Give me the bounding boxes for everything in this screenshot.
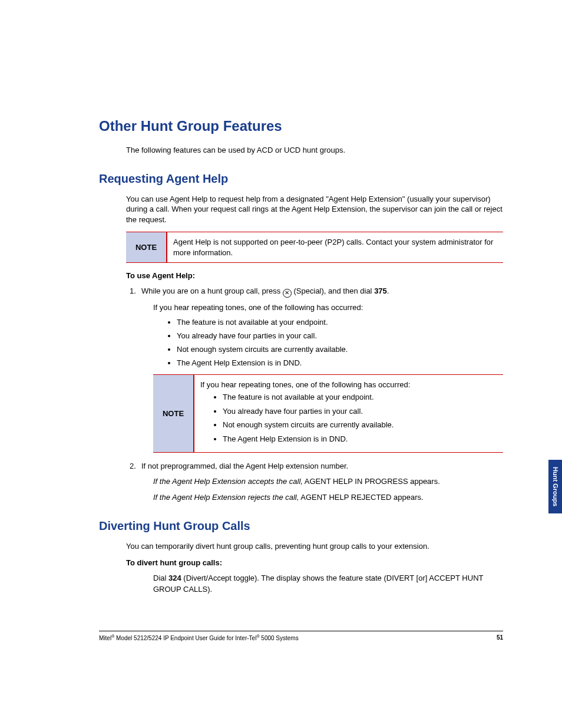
divert-description: You can temporarily divert hunt group ca… <box>126 541 503 552</box>
special-key-icon: ✕ <box>283 289 292 298</box>
list-item: The feature is not available at your end… <box>177 318 503 328</box>
step-2: 2.If not preprogrammed, dial the Agent H… <box>141 461 503 472</box>
note-label: NOTE <box>153 375 194 453</box>
page-number: 51 <box>497 634 503 641</box>
list-item: Not enough system circuits are currently… <box>177 345 503 355</box>
list-item: The Agent Help Extension is in DND. <box>223 434 497 444</box>
footer-text-c: 5000 Systems <box>260 635 299 641</box>
step-2-accept-rest: AGENT HELP IN PROGRESS appears. <box>303 477 440 486</box>
dial-code-324: 324 <box>168 574 181 582</box>
intro-paragraph: The following features can be used by AC… <box>126 145 503 156</box>
divert-text-a: Dial <box>153 574 168 582</box>
step-2-reject: If the Agent Help Extension rejects the … <box>153 492 503 503</box>
step-2-text: If not preprogrammed, dial the Agent Hel… <box>141 462 348 470</box>
step-1-text-a: While you are on a hunt group call, pres… <box>141 286 283 295</box>
heading-requesting-agent-help: Requesting Agent Help <box>99 172 503 186</box>
divert-text-b: (Divert/Accept toggle). The display show… <box>153 574 483 593</box>
list-item: You already have four parties in your ca… <box>223 406 497 417</box>
bullet-list-note-2: The feature is not available at your end… <box>200 392 497 444</box>
step-number: 2. <box>130 461 141 472</box>
divert-step: Dial 324 (Divert/Accept toggle). The dis… <box>153 573 503 594</box>
procedure-heading-agent-help: To use Agent Help: <box>126 271 503 280</box>
heading-1: Other Hunt Group Features <box>99 118 503 134</box>
agent-help-description: You can use Agent Help to request help f… <box>126 194 503 225</box>
note-2-intro: If you hear repeating tones, one of the … <box>200 380 410 389</box>
footer-rule <box>99 631 503 631</box>
step-2-reject-rest: AGENT HELP REJECTED appears. <box>299 493 423 502</box>
heading-diverting-hunt-group-calls: Diverting Hunt Group Calls <box>99 519 503 533</box>
note-box-1: NOTE Agent Help is not supported on peer… <box>126 232 503 263</box>
step-number: 1. <box>130 286 141 297</box>
step-2-accept: If the Agent Help Extension accepts the … <box>153 476 503 487</box>
step-1-text-b: (Special), and then dial <box>292 286 374 295</box>
step-1-text-c: . <box>387 286 389 295</box>
footer-text-b: Model 5212/5224 IP Endpoint User Guide f… <box>114 635 256 641</box>
note-label: NOTE <box>126 232 167 262</box>
list-item: Not enough system circuits are currently… <box>223 420 497 430</box>
list-item: The Agent Help Extension is in DND. <box>177 358 503 368</box>
step-1-subtext: If you hear repeating tones, one of the … <box>153 302 503 313</box>
list-item: You already have four parties in your ca… <box>177 331 503 341</box>
procedure-heading-divert: To divert hunt group calls: <box>126 558 503 567</box>
note-body: Agent Help is not supported on peer-to-p… <box>167 232 503 262</box>
page-footer: Mitel® Model 5212/5224 IP Endpoint User … <box>99 634 503 641</box>
list-item: The feature is not available at your end… <box>223 392 497 403</box>
dial-code-375: 375 <box>374 286 387 295</box>
footer-text: Mitel® Model 5212/5224 IP Endpoint User … <box>99 634 299 641</box>
step-2-reject-italic: If the Agent Help Extension rejects the … <box>153 493 299 502</box>
step-2-accept-italic: If the Agent Help Extension accepts the … <box>153 477 303 486</box>
note-body: If you hear repeating tones, one of the … <box>194 375 503 453</box>
step-1: 1.While you are on a hunt group call, pr… <box>141 286 503 298</box>
bullet-list-1: The feature is not available at your end… <box>99 318 503 368</box>
footer-brand-a: Mitel <box>99 635 111 641</box>
note-box-2: NOTE If you hear repeating tones, one of… <box>153 374 503 453</box>
section-tab-hunt-groups: Hunt Groups <box>548 460 562 513</box>
